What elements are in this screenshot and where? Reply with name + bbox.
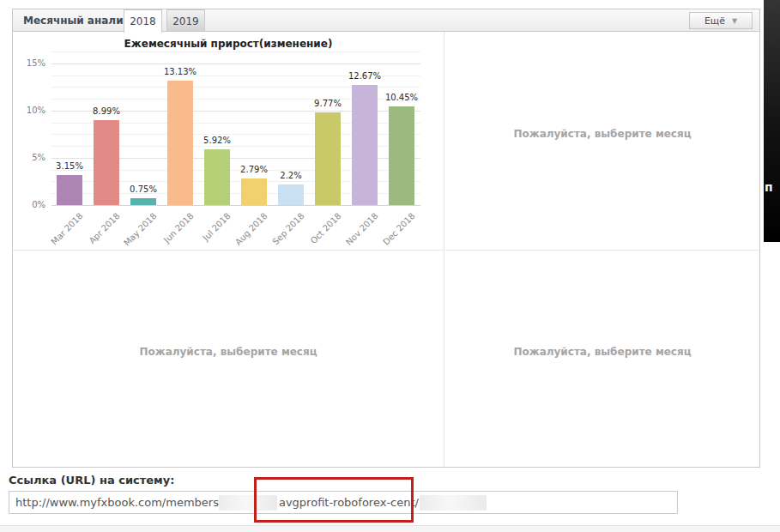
system-url-label: Ссылка (URL) на систему: [9,474,174,487]
bar-value-label: 2.2% [263,171,318,180]
bar-dec-2018[interactable] [389,106,414,205]
bar-value-label: 0.75% [116,184,171,194]
section-divider [0,525,780,532]
bar-chart[interactable]: 0%5%10%15%3.15%Mar 20188.99%Apr 20180.75… [13,32,444,250]
bar-value-label: 13.13% [153,67,208,76]
tab-2018[interactable]: 2018 [124,9,162,33]
gridline [51,205,420,206]
x-axis-tick-label: Nov 2018 [344,211,380,247]
highlight-annotation-box [254,477,414,523]
x-axis-tick-label: Aug 2018 [233,211,269,247]
bar-oct-2018[interactable] [315,112,341,205]
bar-nov-2018[interactable] [352,85,378,205]
url-prefix-text: http://www.myfxbook.com/members [15,496,219,509]
bar-value-label: 12.67% [337,71,392,81]
bar-value-label: 10.45% [374,93,429,102]
bar-value-label: 5.92% [190,136,245,145]
chevron-down-icon: ▼ [732,17,737,25]
more-button[interactable]: Ещё ▼ [689,12,753,29]
ad-banner-partial[interactable]: п [764,0,780,242]
gridline [51,63,420,64]
monthly-gain-chart-panel: Ежемесячный прирост(изменение) 0%5%10%15… [13,32,444,251]
page: п Месячный анализ 2018 2019 Ещё ▼ Ежемес… [0,0,780,532]
more-button-label: Ещё [704,15,725,27]
panel-content: Ежемесячный прирост(изменение) 0%5%10%15… [13,32,759,467]
y-axis-tick-label: 0% [13,200,45,209]
bar-aug-2018[interactable] [241,178,267,205]
y-axis-tick-label: 15% [13,58,45,68]
panel-title: Месячный анализ [23,15,130,27]
x-axis-tick-label: Jun 2018 [162,211,196,245]
select-month-placeholder: Пожалуйста, выберите месяц [139,346,317,358]
redacted-blur-block [420,495,487,511]
select-month-placeholder: Пожалуйста, выберите месяц [513,128,691,140]
bar-sep-2018[interactable] [278,184,304,205]
panel-header: Месячный анализ 2018 2019 Ещё ▼ [13,9,759,32]
x-axis-tick-label: Oct 2018 [309,211,343,245]
ad-partial-text: п [765,180,773,194]
x-axis-tick-label: Mar 2018 [49,211,84,246]
month-detail-panel-bottom-left: Пожалуйста, выберите месяц [13,251,444,467]
bar-jul-2018[interactable] [204,149,230,205]
bar-value-label: 3.15% [42,161,97,171]
x-axis-tick-label: May 2018 [122,211,159,248]
bar-value-label: 9.77% [300,99,355,108]
month-detail-panel-bottom-right: Пожалуйста, выберите месяц [445,251,759,467]
monthly-analysis-panel: Месячный анализ 2018 2019 Ещё ▼ Ежемесяч… [12,9,760,468]
bar-mar-2018[interactable] [57,175,82,205]
x-axis-tick-label: Apr 2018 [88,211,122,245]
gridline [51,51,420,52]
x-axis-tick-label: Jul 2018 [201,211,233,243]
x-axis-tick-label: Sep 2018 [270,211,305,246]
month-detail-panel-top-right: Пожалуйста, выберите месяц [445,32,759,251]
y-axis-tick-label: 5% [13,153,45,162]
y-axis-tick-label: 10% [13,106,45,115]
select-month-placeholder: Пожалуйста, выберите месяц [513,346,691,358]
tab-2019[interactable]: 2019 [166,9,205,32]
bar-may-2018[interactable] [130,198,156,205]
x-axis-tick-label: Dec 2018 [381,211,417,247]
bar-value-label: 8.99% [79,106,134,116]
